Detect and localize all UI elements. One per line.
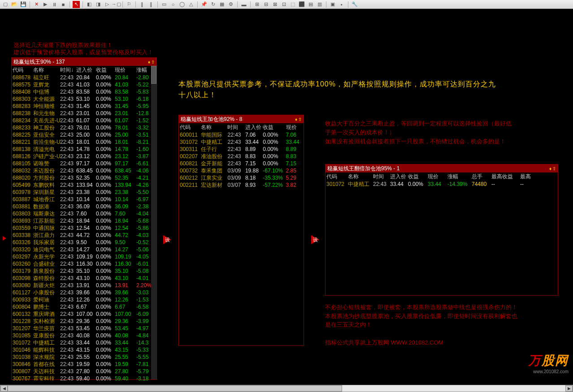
col-header[interactable]: 时间: [373, 173, 390, 181]
table-row[interactable]: 301046能辉科技22:4343.150.00%43.15-5.33: [12, 346, 156, 353]
tb-s6-icon[interactable]: ⬛: [298, 1, 305, 8]
col-header[interactable]: 涨幅: [447, 173, 472, 181]
tb-bar2-icon[interactable]: ‖: [148, 1, 155, 8]
table-row[interactable]: 301072中捷精工22:4333.440.00%33.44: [179, 138, 304, 146]
col-header[interactable]: 名称: [348, 173, 373, 181]
col-header[interactable]: 现价: [115, 66, 136, 74]
table-row[interactable]: 603881数据港22:4336.090.00%36.09-2.38: [12, 203, 156, 210]
table-row[interactable]: 603320迪贝电气22:4314.270.00%14.27-5.06: [12, 246, 156, 253]
tb-new-icon[interactable]: ▢: [2, 1, 9, 8]
table-row[interactable]: 688105诺唯赞22:4397.170.00%97.17-6.61: [12, 160, 156, 167]
table-row[interactable]: 605499东鹏饮料22:43133.940.00%133.94-4.26: [12, 181, 156, 189]
panel3-header[interactable]: 稳赢短线王翻倍加仓池95% - 1 ♦ ⇧: [326, 164, 558, 172]
scroll-track[interactable]: [8, 385, 565, 392]
table-row[interactable]: 688575亚辉龙22:4341.030.00%41.03-5.22: [12, 81, 156, 88]
scroll-thumb[interactable]: [8, 385, 342, 392]
table-row[interactable]: 300767震安科技22:4359.400.00%59.40-3.18: [12, 375, 156, 380]
table-row[interactable]: 688408中信博22:4383.580.00%83.58-5.83: [12, 88, 156, 95]
table-row[interactable]: 688138清溢光电22:4314.780.00%14.78-1.60: [12, 146, 156, 153]
table-row[interactable]: 603179新泉股份22:4335.100.00%35.10-5.08: [12, 267, 156, 275]
table-row[interactable]: 688032禾迈股份22:43638.450.00%638.45-4.06: [12, 167, 156, 174]
table-row[interactable]: 600804鹏博士22:436.670.00%6.67-6.58: [12, 303, 156, 310]
tb-tri-icon[interactable]: △: [187, 1, 195, 8]
tb-step-icon[interactable]: →▢: [113, 1, 120, 8]
tb-chart-icon[interactable]: ◧: [86, 1, 93, 8]
panel1-header[interactable]: 稳赢短线王90% - 137 ♦ ⇧: [12, 58, 156, 66]
col-header[interactable]: 进入价: [390, 173, 408, 181]
tb-circ-icon[interactable]: ○: [169, 1, 177, 8]
panel2-up-icon[interactable]: ⇧: [298, 117, 302, 122]
table-row[interactable]: 688233神工股份22:4378.010.00%78.01-3.32: [12, 124, 156, 131]
col-header[interactable]: 代码: [326, 173, 348, 181]
panel3-rows[interactable]: 301072中捷精工22:4333.440.00%33.44-14.39%744…: [326, 181, 558, 296]
col-header[interactable]: 进入价: [76, 66, 96, 74]
table-row[interactable]: 301085亚康股份22:4340.080.00%40.08-4.84: [12, 332, 156, 339]
tb-fwd-icon[interactable]: ▷: [104, 1, 111, 8]
tb-play-icon[interactable]: ▶: [42, 1, 49, 8]
horizontal-scrollbar[interactable]: ◀ ▶: [0, 385, 573, 392]
panel2-rows[interactable]: 600011华能国际22:437.060.00%7.06301072中捷精工22…: [179, 131, 304, 346]
tb-s3-icon[interactable]: ⊠: [271, 1, 278, 8]
table-row[interactable]: 002207准油股份22:438.830.00%8.83: [179, 153, 304, 160]
panel2-header[interactable]: 稳赢短线王加仓池92% - 8 ♦ ⇧: [179, 115, 304, 123]
table-row[interactable]: 603080新疆火炬22:4313.910.00%13.912.20%: [12, 282, 156, 289]
tb-open-icon[interactable]: 📂: [11, 1, 18, 8]
tb-grid-icon[interactable]: ▦: [218, 1, 226, 8]
table-row[interactable]: 600011华能国际22:437.060.00%7.06: [179, 131, 304, 138]
table-row[interactable]: 301038深水规院22:4325.550.00%25.55-5.55: [12, 353, 156, 361]
table-row[interactable]: 688234天岳先进-U22:4361.070.00%61.07-1.52: [12, 117, 156, 124]
table-row[interactable]: 603887城地香江22:4310.140.00%10.14-6.97: [12, 196, 156, 203]
panel1-down-icon[interactable]: ♦: [148, 60, 150, 65]
table-row[interactable]: 688303大全能源22:4353.100.00%53.10-6.18: [12, 95, 156, 103]
table-row[interactable]: 603803瑞斯康达22:437.600.00%7.60-4.04: [12, 210, 156, 217]
table-row[interactable]: 603559中通国脉22:4312.540.00%12.54-5.86: [12, 224, 156, 232]
col-header[interactable]: 代码: [180, 124, 201, 131]
tb-refresh-icon[interactable]: ↻: [209, 1, 217, 8]
table-row[interactable]: 002211宏达新材03/078.93-57.22%3.82: [179, 181, 304, 189]
tb-rect2-icon[interactable]: ▬: [240, 1, 247, 8]
tb-save-icon[interactable]: 💾: [20, 1, 27, 8]
tb-s2-icon[interactable]: ⊟: [262, 1, 269, 8]
col-header[interactable]: 最高收益: [491, 173, 520, 181]
tb-flag-icon[interactable]: ⚐: [126, 1, 133, 8]
table-row[interactable]: 603098森特股份22:4343.100.00%43.10-4.01: [12, 275, 156, 282]
tb-close-icon[interactable]: ✕: [33, 1, 40, 8]
table-row[interactable]: 600212江泉实业03/098.18-35.33%5.29: [179, 174, 304, 181]
col-header[interactable]: 现价: [286, 124, 304, 131]
tb-circ2-icon[interactable]: ◯: [178, 1, 186, 8]
tb-s1-icon[interactable]: ⊞: [253, 1, 260, 8]
scroll-right-icon[interactable]: ▶: [565, 385, 573, 392]
tb-cursor-icon[interactable]: ↖: [73, 1, 80, 8]
table-row[interactable]: 300311任子行22:438.890.00%8.89: [179, 146, 304, 153]
col-header[interactable]: 名称: [33, 66, 60, 74]
tb-pin-icon[interactable]: 📌: [200, 1, 208, 8]
table-row[interactable]: 301072中捷精工22:4333.440.00%33.44-14.3: [12, 339, 156, 346]
panel1-up-icon[interactable]: ⇧: [151, 60, 155, 65]
table-row[interactable]: 000732泰禾集团03/0919.88-67.10%2.85: [179, 167, 304, 174]
col-header[interactable]: 总手: [472, 173, 491, 181]
tb-s4-icon[interactable]: ⊡: [280, 1, 287, 8]
table-row[interactable]: 688221前沿生物-U22:4318.010.00%18.01-8.21: [12, 138, 156, 146]
panel3-down-icon[interactable]: ♦: [549, 166, 551, 171]
tb-s5-icon[interactable]: ⬚: [289, 1, 296, 8]
table-row[interactable]: 603260合盛硅业22:43116.300.00%116.30-6.01: [12, 260, 156, 267]
panel1-rows[interactable]: 688678福立旺22:4320.840.00%20.84-2.80688575…: [12, 74, 156, 380]
table-row[interactable]: 688225亚信安全22:4325.000.00%25.00-3.51: [12, 131, 156, 138]
table-row[interactable]: 688126沪硅产业-U22:4323.120.00%23.12-3.87: [12, 153, 156, 160]
tb-g1-icon[interactable]: ▣: [329, 1, 336, 8]
col-header[interactable]: 收益: [263, 124, 286, 131]
col-header[interactable]: 时间↓: [60, 66, 76, 74]
table-row[interactable]: 603693江苏新能22:4318.940.00%18.94-5.68: [12, 217, 156, 224]
table-row[interactable]: 301228实朴检测22:4329.360.00%29.36-3.99: [12, 318, 156, 325]
tb-g2-icon[interactable]: ▪: [338, 1, 345, 8]
panel3-up-icon[interactable]: ⇧: [552, 166, 556, 171]
col-header[interactable]: 现价: [428, 173, 447, 181]
tb-s8-icon[interactable]: ▥: [316, 1, 323, 8]
table-row[interactable]: 688238和元生物22:4323.010.00%23.01-12.8: [12, 110, 156, 117]
table-row[interactable]: 603326我乐家居22:439.500.00%9.50-0.52: [12, 239, 156, 246]
table-row[interactable]: 301207华兰疫苗22:4353.450.00%53.45-4.97: [12, 325, 156, 332]
table-row[interactable]: 600132重庆啤酒22:43107.000.00%107.00-6.09: [12, 310, 156, 318]
table-row[interactable]: 688283坤恒顺维22:4331.450.00%31.45-5.95: [12, 103, 156, 110]
panel2-down-icon[interactable]: ♦: [295, 117, 297, 122]
table-row[interactable]: 688020方邦股份22:4352.350.00%52.35-4.21: [12, 174, 156, 181]
